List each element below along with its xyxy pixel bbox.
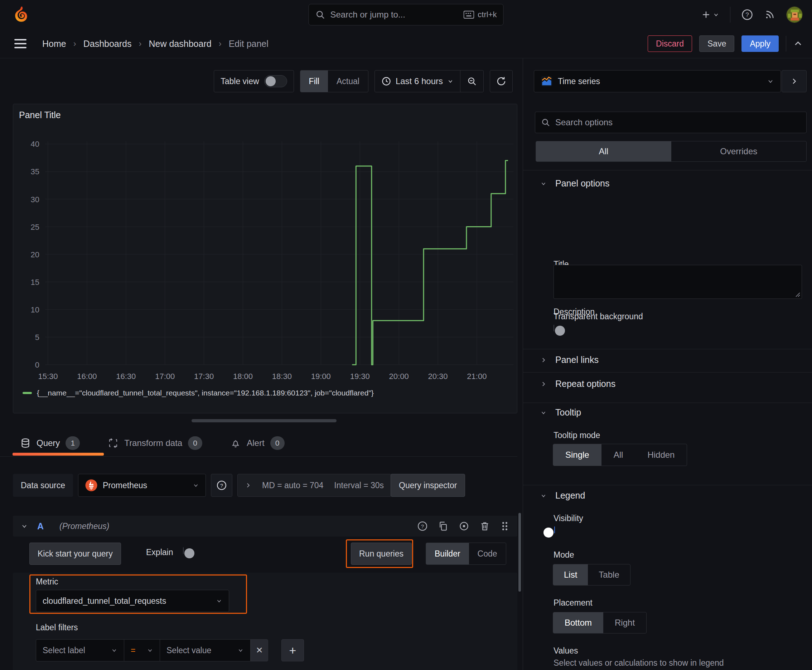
placement-right-option[interactable]: Right [603, 612, 646, 633]
operator-dropdown[interactable]: = [124, 639, 160, 662]
time-range-picker[interactable]: Last 6 hours [375, 71, 460, 92]
svg-text:15:30: 15:30 [38, 372, 58, 381]
chevron-down-icon[interactable] [21, 523, 28, 530]
label-filter-row: Select label = Select value ✕ [36, 639, 268, 662]
tooltip-mode-label: Tooltip mode [554, 431, 600, 440]
save-button[interactable]: Save [699, 36, 734, 52]
fill-option[interactable]: Fill [300, 71, 328, 92]
breadcrumb-separator: › [73, 39, 76, 49]
add-menu-button[interactable] [701, 9, 719, 20]
tab-query[interactable]: Query 1 [20, 430, 80, 456]
tooltip-header[interactable]: Tooltip [540, 407, 581, 418]
legend-table-option[interactable]: Table [588, 564, 630, 585]
apply-button[interactable]: Apply [741, 36, 779, 52]
grafana-logo-icon[interactable] [12, 6, 30, 24]
duplicate-query-icon[interactable] [438, 521, 449, 531]
tooltip-mode-switch: Single All Hidden [553, 444, 687, 466]
delete-query-icon[interactable] [480, 521, 490, 531]
zoom-out-button[interactable] [460, 71, 483, 92]
tooltip-all-option[interactable]: All [602, 444, 636, 465]
time-series-viz-icon [541, 75, 553, 87]
breadcrumb-new-dashboard[interactable]: New dashboard [149, 39, 212, 49]
global-search-input[interactable]: Search or jump to... ctrl+k [309, 4, 504, 25]
panel-links-header[interactable]: Panel links [540, 355, 598, 365]
legend-list-option[interactable]: List [553, 564, 588, 585]
zoom-out-icon [467, 76, 477, 86]
query-ref-id: A [37, 521, 44, 531]
description-textarea[interactable] [554, 265, 802, 299]
visualization-picker[interactable]: Time series [534, 70, 781, 92]
chevron-down-icon [540, 492, 547, 499]
chevron-down-icon [147, 647, 153, 653]
datasource-help-button[interactable]: ? [211, 474, 232, 497]
breadcrumb-dashboards[interactable]: Dashboards [83, 39, 132, 49]
section-divider [523, 372, 812, 372]
tab-transform-label: Transform data [124, 438, 182, 448]
select-value-dropdown[interactable]: Select value [160, 639, 251, 662]
tab-transform[interactable]: Transform data 0 [108, 430, 202, 456]
vertical-scrollbar[interactable] [519, 513, 521, 592]
actual-option[interactable]: Actual [328, 71, 368, 92]
panel-preview[interactable]: Panel Title 051015202530354015:3016:0016… [13, 104, 517, 413]
toggle-query-visibility-icon[interactable] [459, 521, 470, 531]
legend-visibility-toggle[interactable] [554, 526, 555, 533]
kick-start-button[interactable]: Kick start your query [29, 543, 121, 565]
repeat-options-header[interactable]: Repeat options [540, 379, 615, 389]
query-a-actions: ? [417, 521, 509, 531]
explain-toggle[interactable] [183, 547, 184, 554]
tab-overrides[interactable]: Overrides [671, 141, 807, 161]
query-help-icon[interactable]: ? [417, 521, 428, 531]
drag-handle-icon[interactable] [500, 521, 509, 531]
user-avatar[interactable] [786, 7, 803, 23]
panel-options-header[interactable]: Panel options [540, 178, 610, 189]
select-label-dropdown[interactable]: Select label [36, 639, 124, 662]
transparent-bg-toggle[interactable] [554, 325, 554, 332]
tab-alert-label: Alert [247, 438, 264, 448]
builder-option[interactable]: Builder [426, 543, 469, 564]
transparent-bg-label: Transparent background [554, 312, 643, 321]
pane-splitter-handle[interactable] [192, 419, 337, 422]
plus-icon [701, 9, 711, 20]
search-options-input[interactable]: Search options [535, 112, 807, 133]
tab-all[interactable]: All [536, 141, 671, 161]
legend-header[interactable]: Legend [540, 490, 585, 501]
time-series-chart[interactable]: 051015202530354015:3016:0016:3017:0017:3… [13, 104, 518, 414]
query-count-badge: 1 [66, 436, 80, 450]
help-button[interactable]: ? [741, 8, 753, 21]
actions-divider [786, 36, 786, 52]
remove-filter-button[interactable]: ✕ [251, 639, 268, 662]
breadcrumb: Home › Dashboards › New dashboard › Edit… [42, 39, 268, 49]
breadcrumb-home[interactable]: Home [42, 39, 66, 49]
chevron-right-icon [540, 381, 547, 387]
add-filter-button[interactable]: + [281, 639, 304, 662]
query-a-header[interactable]: A (Prometheus) ? [13, 516, 517, 536]
query-options-summary[interactable]: MD = auto = 704 Interval = 30s [237, 474, 391, 497]
tooltip-single-option[interactable]: Single [553, 444, 602, 465]
svg-text:30: 30 [31, 195, 39, 204]
chevron-down-icon [540, 409, 547, 416]
chart-legend[interactable]: {__name__="cloudflared_tunnel_total_requ… [22, 389, 374, 397]
table-view-toggle[interactable] [264, 75, 287, 87]
query-inspector-button[interactable]: Query inspector [391, 474, 465, 497]
refresh-button[interactable] [490, 70, 513, 92]
resize-handle-icon[interactable] [795, 291, 800, 297]
svg-text:0: 0 [35, 360, 39, 369]
run-queries-button[interactable]: Run queries [351, 543, 412, 565]
code-option[interactable]: Code [469, 543, 506, 564]
chevron-down-icon [447, 78, 454, 85]
repeat-options-title: Repeat options [555, 379, 615, 389]
svg-text:35: 35 [31, 167, 39, 176]
datasource-picker[interactable]: Prometheus [78, 474, 206, 497]
news-button[interactable] [764, 9, 775, 20]
metric-select[interactable]: cloudflared_tunnel_total_requests [36, 590, 229, 612]
tab-alert[interactable]: Alert 0 [230, 430, 284, 456]
legend-swatch [22, 392, 32, 394]
svg-text:15: 15 [31, 278, 39, 287]
legend-label[interactable]: {__name__="cloudflared_tunnel_total_requ… [37, 389, 374, 397]
placement-bottom-option[interactable]: Bottom [553, 612, 603, 633]
collapse-options-button[interactable] [781, 70, 807, 92]
menu-toggle-button[interactable] [14, 39, 27, 48]
tooltip-hidden-option[interactable]: Hidden [635, 444, 687, 465]
discard-button[interactable]: Discard [648, 36, 692, 52]
collapse-up-icon[interactable] [793, 39, 803, 48]
